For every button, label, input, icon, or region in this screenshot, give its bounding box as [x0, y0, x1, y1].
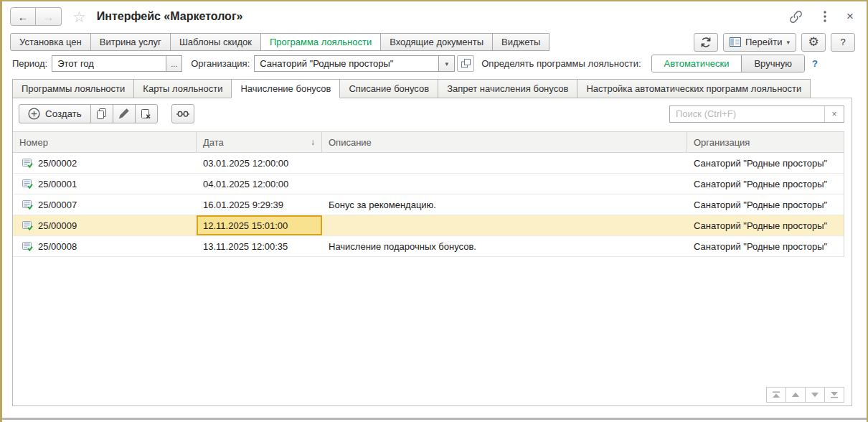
cell-organization: Санаторий "Родные просторы" [687, 174, 844, 194]
table-body: 25/00002 03.01.2025 12:00:00 Санаторий "… [13, 153, 844, 257]
create-button[interactable]: Создать [19, 104, 91, 123]
cell-number: 25/00007 [13, 194, 197, 215]
help-button[interactable]: ? [831, 33, 855, 52]
sub-tab[interactable]: Программы лояльности [12, 79, 134, 98]
cell-date: 04.01.2025 12:00:00 [197, 174, 322, 194]
organization-dropdown-button[interactable]: ▾ [439, 55, 455, 72]
go-down-button[interactable] [805, 387, 825, 403]
cell-organization: Санаторий "Родные просторы" [687, 215, 844, 235]
refresh-icon [700, 37, 712, 48]
history-forward-button[interactable]: → [36, 7, 62, 26]
sub-tab[interactable]: Начисление бонусов [231, 79, 340, 98]
document-number: 25/00002 [38, 158, 77, 169]
main-tab[interactable]: Установка цен [10, 33, 91, 51]
sub-tab-label: Настройка автоматических программ лояльн… [586, 83, 801, 94]
loyalty-mode-option[interactable]: Вручную [741, 55, 803, 72]
cell-date: 03.01.2025 12:00:00 [197, 153, 322, 173]
window-bottom-edge [2, 418, 867, 420]
main-tab[interactable]: Виджеты [492, 33, 549, 51]
cell-description [322, 174, 687, 194]
loyalty-mode-help-link[interactable]: ? [812, 58, 818, 69]
favorite-star-icon[interactable]: ☆ [72, 9, 86, 24]
more-menu-icon[interactable] [824, 11, 826, 22]
organization-input[interactable] [254, 55, 439, 72]
page-title: Интерфейс «Маркетолог» [97, 10, 243, 23]
column-label: Организация [694, 137, 750, 148]
main-tab-label: Входящие документы [390, 37, 483, 47]
history-back-button[interactable]: ← [10, 7, 36, 26]
link-icon[interactable] [788, 10, 803, 24]
main-tab[interactable]: Программа лояльности [260, 33, 381, 51]
document-posted-icon [22, 159, 33, 168]
list-nav-buttons [767, 387, 844, 403]
go-first-button[interactable] [766, 387, 786, 403]
cell-description [322, 215, 687, 235]
close-icon[interactable]: × [846, 9, 854, 24]
organization-open-button[interactable] [457, 55, 474, 72]
edit-button[interactable] [113, 104, 136, 123]
plus-circle-icon [28, 108, 40, 120]
main-tab[interactable]: Шаблоны скидок [170, 33, 261, 51]
glasses-interval-icon [176, 111, 189, 118]
main-tabs-row: Установка цен Витрина услуг Шаблоны скид… [2, 32, 867, 52]
copy-button[interactable] [90, 104, 113, 123]
titlebar-icons: × [788, 9, 854, 24]
main-tab-label: Витрина услуг [100, 37, 161, 47]
refresh-button[interactable] [694, 33, 718, 52]
settings-button[interactable]: ⚙ [801, 33, 826, 52]
main-tab[interactable]: Входящие документы [380, 33, 493, 51]
main-tab-label: Виджеты [501, 37, 540, 47]
sub-tab[interactable]: Карты лояльности [133, 79, 232, 98]
column-label: Дата [203, 137, 224, 148]
column-header-organization[interactable]: Организация [687, 132, 844, 152]
sub-tab[interactable]: Списание бонусов [339, 79, 438, 98]
main-tab-label: Установка цен [19, 37, 82, 47]
main-tab-label: Программа лояльности [270, 37, 372, 47]
loyalty-mode-label: Определять программы лояльности: [481, 58, 641, 69]
cell-number: 25/00008 [13, 236, 197, 256]
document-posted-icon [22, 179, 33, 189]
cell-description: Бонус за рекомендацию. [322, 194, 687, 215]
sub-tab[interactable]: Запрет начисления бонусов [438, 79, 577, 98]
document-posted-icon [22, 200, 33, 210]
goto-button[interactable]: Перейти ▾ [723, 33, 796, 52]
list-toolbar: Создать [13, 98, 852, 128]
table-row[interactable]: 25/00002 03.01.2025 12:00:00 Санаторий "… [13, 153, 844, 174]
arrow-right-icon: → [43, 11, 54, 23]
help-label: ? [840, 37, 845, 47]
table-row[interactable]: 25/00009 12.11.2025 15:01:00 Санаторий "… [13, 215, 844, 236]
document-date: 04.01.2025 12:00:00 [203, 179, 288, 189]
cell-organization: Санаторий "Родные просторы" [687, 236, 844, 256]
loyalty-mode-option[interactable]: Автоматически [652, 55, 742, 72]
search-clear-button[interactable]: × [824, 106, 844, 122]
chevron-down-icon: ▾ [445, 60, 448, 67]
sub-tab[interactable]: Настройка автоматических программ лояльн… [577, 79, 811, 98]
column-header-number[interactable]: Номер [13, 132, 197, 152]
main-tabs: Установка цен Витрина услуг Шаблоны скид… [10, 33, 549, 51]
history-nav-group: ← → [10, 7, 62, 26]
documents-table: Номер Дата ↓ Описание Организация [13, 131, 844, 257]
document-number: 25/00007 [38, 200, 77, 210]
column-header-description[interactable]: Описание [322, 132, 687, 152]
search-input[interactable] [670, 106, 824, 122]
period-input[interactable] [52, 55, 166, 72]
loyalty-mode-option-label: Вручную [754, 58, 791, 69]
document-date: 12.11.2025 15:01:00 [203, 220, 288, 231]
create-label: Создать [45, 108, 82, 119]
go-up-button[interactable] [786, 387, 806, 403]
delete-button[interactable] [135, 104, 158, 123]
table-row[interactable]: 25/00007 16.01.2025 9:29:39 Бонус за рек… [13, 194, 844, 215]
cell-organization: Санаторий "Родные просторы" [687, 194, 844, 215]
cell-date: 13.11.2025 12:00:35 [197, 236, 322, 256]
table-row[interactable]: 25/00001 04.01.2025 12:00:00 Санаторий "… [13, 174, 844, 194]
cell-description: Начисление подарочных бонусов. [322, 236, 687, 256]
column-header-date[interactable]: Дата ↓ [197, 132, 322, 152]
period-more-button[interactable]: ... [166, 55, 182, 72]
search-box: × [669, 106, 844, 123]
main-tab[interactable]: Витрина услуг [90, 33, 171, 51]
document-date: 03.01.2025 12:00:00 [203, 158, 288, 169]
table-row[interactable]: 25/00008 13.11.2025 12:00:35 Начисление … [13, 236, 844, 257]
set-interval-button[interactable] [171, 104, 194, 123]
document-date: 16.01.2025 9:29:39 [203, 200, 283, 210]
go-last-button[interactable] [824, 387, 844, 403]
